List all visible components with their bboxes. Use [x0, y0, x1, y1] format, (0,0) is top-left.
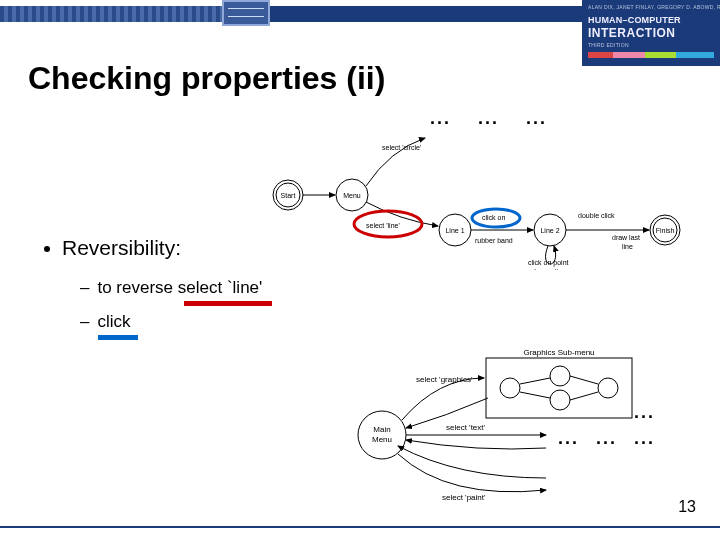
- book-authors: ALAN DIX, JANET FINLAY, GREGORY D. ABOWD…: [588, 4, 714, 10]
- underline-red: [184, 301, 272, 306]
- bullet-dash-icon: –: [80, 312, 89, 331]
- book-title-line1: HUMAN–COMPUTER: [588, 16, 714, 26]
- edge-rubber-band: rubber band: [475, 237, 513, 244]
- node-start: Start: [281, 192, 296, 199]
- edge-double-click: double click: [578, 212, 615, 219]
- edge-click-on: click on: [482, 214, 505, 221]
- edge-click-point: click on point: [528, 259, 569, 267]
- bullet-sub-1-text: to reverse select `line': [97, 278, 262, 297]
- node-finish: Finish: [656, 227, 675, 234]
- book-edition: THIRD EDITION: [588, 42, 714, 48]
- edge-draw-line: draw a line: [532, 268, 566, 270]
- edge-draw-last-2: line: [622, 243, 633, 250]
- book-title-line2: INTERACTION: [588, 26, 714, 40]
- node-main-menu-2: Menu: [372, 435, 392, 444]
- underline-blue: [98, 335, 138, 340]
- bullet-main-text: Reversibility:: [62, 236, 181, 259]
- book-badge: ALAN DIX, JANET FINLAY, GREGORY D. ABOWD…: [582, 0, 720, 66]
- state-diagram-bottom: Main Menu Graphics Sub-menu select 'grap…: [338, 350, 706, 520]
- svg-point-15: [550, 366, 570, 386]
- bullet-sub-1: –to reverse select `line': [80, 278, 262, 298]
- page-number: 13: [678, 498, 696, 516]
- node-main-menu-1: Main: [373, 425, 390, 434]
- svg-point-14: [500, 378, 520, 398]
- edge-select-circle: select 'circle': [382, 144, 421, 151]
- header-chip-icon: [222, 0, 270, 26]
- svg-point-17: [598, 378, 618, 398]
- svg-point-16: [550, 390, 570, 410]
- submenu-label: Graphics Sub-menu: [523, 350, 594, 357]
- bullet-dot-icon: [44, 246, 50, 252]
- bullet-dash-icon: –: [80, 278, 89, 297]
- node-menu: Menu: [343, 192, 361, 199]
- edge-select-paint: select 'paint': [442, 493, 486, 502]
- slide-title: Checking properties (ii): [28, 60, 385, 97]
- bullet-sub-2: –click: [80, 312, 131, 332]
- footer-rule: [0, 526, 720, 528]
- edge-draw-last-1: draw last: [612, 234, 640, 241]
- bullet-main: Reversibility:: [44, 236, 181, 260]
- edge-select-line: select 'line': [366, 222, 400, 229]
- state-diagram-top: Start Menu Line 1 Line 2 Finish select '…: [270, 120, 700, 270]
- node-line1: Line 1: [445, 227, 464, 234]
- edge-select-graphics: select 'graphics': [416, 375, 473, 384]
- header-pattern: [0, 6, 222, 22]
- node-line2: Line 2: [540, 227, 559, 234]
- edge-select-text: select 'text': [446, 423, 486, 432]
- bullet-sub-2-text: click: [97, 312, 130, 331]
- book-color-bar: [588, 52, 714, 58]
